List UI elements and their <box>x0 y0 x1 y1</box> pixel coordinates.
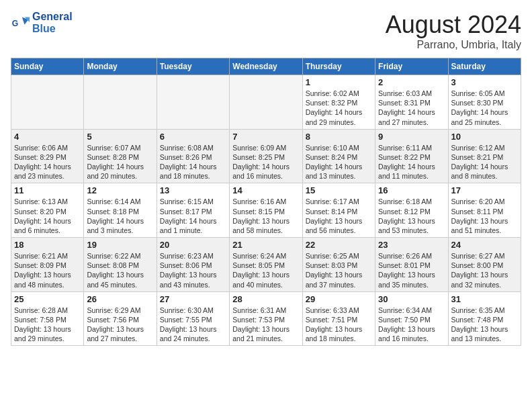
day-number: 24 <box>451 240 518 250</box>
table-row: 17Sunrise: 6:20 AM Sunset: 8:11 PM Dayli… <box>448 183 521 238</box>
table-row: 10Sunrise: 6:12 AM Sunset: 8:21 PM Dayli… <box>448 129 521 183</box>
day-info: Sunrise: 6:10 AM Sunset: 8:24 PM Dayligh… <box>306 143 372 181</box>
day-number: 20 <box>160 240 226 250</box>
calendar-week-row: 11Sunrise: 6:13 AM Sunset: 8:20 PM Dayli… <box>11 183 521 238</box>
table-row <box>84 75 157 130</box>
day-info: Sunrise: 6:06 AM Sunset: 8:29 PM Dayligh… <box>14 143 81 181</box>
day-number: 26 <box>87 294 153 304</box>
day-number: 16 <box>378 185 445 195</box>
logo-icon: G <box>11 13 30 32</box>
day-number: 9 <box>378 132 445 142</box>
day-info: Sunrise: 6:12 AM Sunset: 8:21 PM Dayligh… <box>451 143 518 181</box>
day-info: Sunrise: 6:20 AM Sunset: 8:11 PM Dayligh… <box>451 197 518 235</box>
page-header: G General Blue August 2024 Parrano, Umbr… <box>11 11 521 51</box>
calendar-week-row: 25Sunrise: 6:28 AM Sunset: 7:58 PM Dayli… <box>11 291 521 346</box>
day-number: 17 <box>451 185 518 195</box>
table-row: 13Sunrise: 6:15 AM Sunset: 8:17 PM Dayli… <box>157 183 229 238</box>
day-number: 25 <box>14 294 81 304</box>
table-row <box>11 75 84 130</box>
day-number: 18 <box>14 240 81 250</box>
day-number: 23 <box>378 240 445 250</box>
col-wednesday: Wednesday <box>230 58 302 75</box>
day-info: Sunrise: 6:02 AM Sunset: 8:32 PM Dayligh… <box>306 89 372 127</box>
month-year-title: August 2024 <box>386 11 521 39</box>
day-number: 4 <box>14 132 81 142</box>
table-row <box>230 75 302 130</box>
table-row: 12Sunrise: 6:14 AM Sunset: 8:18 PM Dayli… <box>84 183 157 238</box>
day-info: Sunrise: 6:18 AM Sunset: 8:12 PM Dayligh… <box>378 197 445 235</box>
table-row: 30Sunrise: 6:34 AM Sunset: 7:50 PM Dayli… <box>375 291 448 346</box>
table-row: 14Sunrise: 6:16 AM Sunset: 8:15 PM Dayli… <box>230 183 302 238</box>
day-info: Sunrise: 6:07 AM Sunset: 8:28 PM Dayligh… <box>87 143 153 181</box>
table-row: 19Sunrise: 6:22 AM Sunset: 8:08 PM Dayli… <box>84 238 157 292</box>
day-info: Sunrise: 6:08 AM Sunset: 8:26 PM Dayligh… <box>160 143 226 181</box>
table-row: 24Sunrise: 6:27 AM Sunset: 8:00 PM Dayli… <box>448 238 521 292</box>
location-subtitle: Parrano, Umbria, Italy <box>386 39 521 51</box>
col-saturday: Saturday <box>448 58 521 75</box>
table-row: 29Sunrise: 6:33 AM Sunset: 7:51 PM Dayli… <box>302 291 375 346</box>
day-number: 30 <box>378 294 445 304</box>
day-info: Sunrise: 6:35 AM Sunset: 7:48 PM Dayligh… <box>451 306 518 344</box>
calendar-table: Sunday Monday Tuesday Wednesday Thursday… <box>11 58 521 346</box>
day-info: Sunrise: 6:03 AM Sunset: 8:31 PM Dayligh… <box>378 89 445 127</box>
day-info: Sunrise: 6:14 AM Sunset: 8:18 PM Dayligh… <box>87 197 153 235</box>
day-number: 29 <box>306 294 372 304</box>
table-row: 23Sunrise: 6:26 AM Sunset: 8:01 PM Dayli… <box>375 238 448 292</box>
day-number: 13 <box>160 185 226 195</box>
table-row: 15Sunrise: 6:17 AM Sunset: 8:14 PM Dayli… <box>302 183 375 238</box>
day-number: 7 <box>232 132 299 142</box>
day-info: Sunrise: 6:33 AM Sunset: 7:51 PM Dayligh… <box>306 306 372 344</box>
day-info: Sunrise: 6:17 AM Sunset: 8:14 PM Dayligh… <box>306 197 372 235</box>
table-row: 27Sunrise: 6:30 AM Sunset: 7:55 PM Dayli… <box>157 291 229 346</box>
day-info: Sunrise: 6:15 AM Sunset: 8:17 PM Dayligh… <box>160 197 226 235</box>
day-number: 14 <box>232 185 299 195</box>
table-row: 9Sunrise: 6:11 AM Sunset: 8:22 PM Daylig… <box>375 129 448 183</box>
col-tuesday: Tuesday <box>157 58 229 75</box>
day-number: 19 <box>87 240 153 250</box>
day-number: 5 <box>87 132 153 142</box>
logo-text: General Blue <box>32 11 73 35</box>
day-number: 22 <box>306 240 372 250</box>
day-info: Sunrise: 6:23 AM Sunset: 8:06 PM Dayligh… <box>160 251 226 289</box>
calendar-week-row: 4Sunrise: 6:06 AM Sunset: 8:29 PM Daylig… <box>11 129 521 183</box>
table-row: 25Sunrise: 6:28 AM Sunset: 7:58 PM Dayli… <box>11 291 84 346</box>
day-info: Sunrise: 6:05 AM Sunset: 8:30 PM Dayligh… <box>451 89 518 127</box>
day-info: Sunrise: 6:21 AM Sunset: 8:09 PM Dayligh… <box>14 251 81 289</box>
day-number: 21 <box>232 240 299 250</box>
day-info: Sunrise: 6:11 AM Sunset: 8:22 PM Dayligh… <box>378 143 445 181</box>
logo: G General Blue <box>11 11 73 35</box>
day-number: 15 <box>306 185 372 195</box>
table-row: 28Sunrise: 6:31 AM Sunset: 7:53 PM Dayli… <box>230 291 302 346</box>
table-row: 4Sunrise: 6:06 AM Sunset: 8:29 PM Daylig… <box>11 129 84 183</box>
calendar-header-row: Sunday Monday Tuesday Wednesday Thursday… <box>11 58 521 75</box>
col-monday: Monday <box>84 58 157 75</box>
table-row: 2Sunrise: 6:03 AM Sunset: 8:31 PM Daylig… <box>375 75 448 130</box>
table-row: 18Sunrise: 6:21 AM Sunset: 8:09 PM Dayli… <box>11 238 84 292</box>
table-row: 7Sunrise: 6:09 AM Sunset: 8:25 PM Daylig… <box>230 129 302 183</box>
day-number: 31 <box>451 294 518 304</box>
day-number: 12 <box>87 185 153 195</box>
svg-text:G: G <box>12 19 18 28</box>
table-row: 5Sunrise: 6:07 AM Sunset: 8:28 PM Daylig… <box>84 129 157 183</box>
day-info: Sunrise: 6:28 AM Sunset: 7:58 PM Dayligh… <box>14 306 81 344</box>
table-row: 8Sunrise: 6:10 AM Sunset: 8:24 PM Daylig… <box>302 129 375 183</box>
table-row: 3Sunrise: 6:05 AM Sunset: 8:30 PM Daylig… <box>448 75 521 130</box>
day-number: 1 <box>306 77 372 87</box>
calendar-week-row: 18Sunrise: 6:21 AM Sunset: 8:09 PM Dayli… <box>11 238 521 292</box>
day-info: Sunrise: 6:29 AM Sunset: 7:56 PM Dayligh… <box>87 306 153 344</box>
day-info: Sunrise: 6:30 AM Sunset: 7:55 PM Dayligh… <box>160 306 226 344</box>
table-row: 16Sunrise: 6:18 AM Sunset: 8:12 PM Dayli… <box>375 183 448 238</box>
day-info: Sunrise: 6:34 AM Sunset: 7:50 PM Dayligh… <box>378 306 445 344</box>
day-info: Sunrise: 6:27 AM Sunset: 8:00 PM Dayligh… <box>451 251 518 289</box>
table-row: 20Sunrise: 6:23 AM Sunset: 8:06 PM Dayli… <box>157 238 229 292</box>
day-info: Sunrise: 6:22 AM Sunset: 8:08 PM Dayligh… <box>87 251 153 289</box>
table-row: 6Sunrise: 6:08 AM Sunset: 8:26 PM Daylig… <box>157 129 229 183</box>
table-row: 11Sunrise: 6:13 AM Sunset: 8:20 PM Dayli… <box>11 183 84 238</box>
day-number: 3 <box>451 77 518 87</box>
table-row: 31Sunrise: 6:35 AM Sunset: 7:48 PM Dayli… <box>448 291 521 346</box>
day-number: 2 <box>378 77 445 87</box>
day-info: Sunrise: 6:16 AM Sunset: 8:15 PM Dayligh… <box>232 197 299 235</box>
day-info: Sunrise: 6:13 AM Sunset: 8:20 PM Dayligh… <box>14 197 81 235</box>
day-number: 27 <box>160 294 226 304</box>
day-number: 11 <box>14 185 81 195</box>
